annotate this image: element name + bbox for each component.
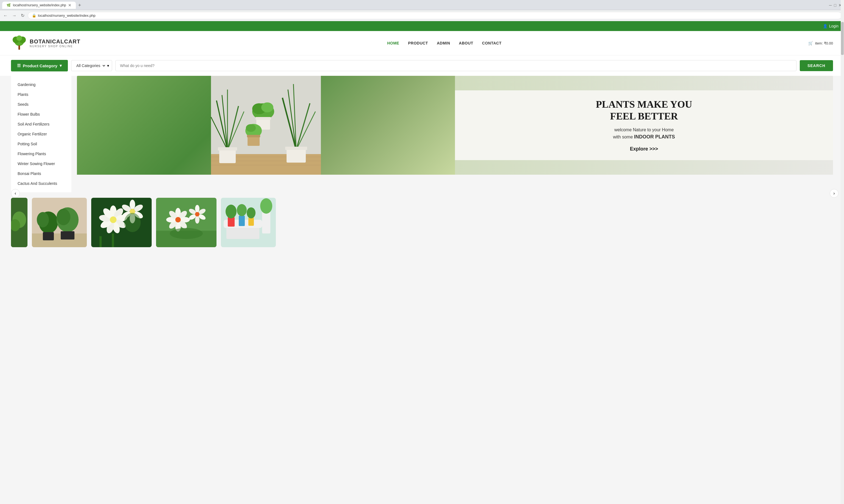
website-content: 👤 Login BOTANICALCART NURSERY SHOP ONLIN… bbox=[0, 21, 844, 253]
svg-rect-41 bbox=[43, 232, 54, 240]
svg-point-83 bbox=[195, 212, 199, 216]
hero-text-area: PLANTS MAKE YOU FEEL BETTER welcome Natu… bbox=[455, 90, 833, 160]
sidebar-item-winter-sowing[interactable]: Winter Sowing Flower bbox=[11, 159, 71, 169]
sidebar-item-potting-soil[interactable]: Potting Soil bbox=[11, 139, 71, 149]
svg-rect-17 bbox=[218, 147, 237, 150]
forward-button[interactable]: → bbox=[11, 12, 18, 19]
nav-contact[interactable]: CONTACT bbox=[482, 41, 502, 45]
carousel-prev-button[interactable]: ‹ bbox=[11, 189, 20, 198]
product-card-1[interactable] bbox=[32, 198, 87, 247]
maximize-icon[interactable]: □ bbox=[834, 3, 836, 7]
category-select-wrap[interactable]: All Categories Gardening Plants Seeds ▾ bbox=[71, 60, 112, 71]
hero-section: PLANTS MAKE YOU FEEL BETTER welcome Natu… bbox=[77, 76, 833, 192]
minimize-icon[interactable]: ─ bbox=[829, 3, 832, 7]
nav-home[interactable]: HOME bbox=[387, 41, 399, 45]
lock-icon: 🔒 bbox=[32, 14, 36, 18]
svg-rect-38 bbox=[32, 233, 87, 247]
new-tab-button[interactable]: + bbox=[76, 2, 83, 8]
svg-rect-88 bbox=[228, 217, 235, 227]
category-select[interactable]: All Categories Gardening Plants Seeds bbox=[74, 60, 106, 71]
svg-rect-44 bbox=[61, 231, 74, 239]
nav-admin[interactable]: ADMIN bbox=[437, 41, 450, 45]
products-section: ‹ bbox=[0, 192, 844, 253]
svg-rect-16 bbox=[219, 149, 236, 163]
svg-rect-64 bbox=[112, 233, 114, 247]
svg-rect-94 bbox=[262, 212, 270, 233]
search-section: ☰ Product Category ▾ All Categories Gard… bbox=[0, 55, 844, 76]
main-nav: HOME PRODUCT ADMIN ABOUT CONTACT bbox=[387, 41, 501, 45]
sidebar-item-soil-fertilizers[interactable]: Soil And Fertilizers bbox=[11, 119, 71, 129]
cart-area[interactable]: 🛒 item: ₹0.00 bbox=[808, 41, 833, 45]
svg-point-55 bbox=[110, 216, 116, 223]
login-label[interactable]: Login bbox=[829, 24, 839, 28]
svg-point-20 bbox=[261, 103, 273, 112]
svg-point-3 bbox=[17, 35, 22, 41]
nav-product[interactable]: PRODUCT bbox=[408, 41, 428, 45]
logo-text: BOTANICALCART NURSERY SHOP ONLINE bbox=[30, 38, 80, 48]
back-button[interactable]: ← bbox=[2, 12, 9, 19]
sidebar-item-flowering-plants[interactable]: Flowering Plants bbox=[11, 149, 71, 159]
browser-tab[interactable]: 🌿 localhost/nursery_website/index.php ✕ bbox=[2, 2, 76, 9]
product-card-partial[interactable] bbox=[11, 198, 28, 247]
nav-about[interactable]: ABOUT bbox=[459, 41, 473, 45]
svg-rect-90 bbox=[239, 216, 245, 226]
search-button[interactable]: SEARCH bbox=[800, 60, 833, 71]
url-input[interactable] bbox=[38, 14, 838, 18]
svg-rect-63 bbox=[100, 236, 102, 247]
svg-rect-29 bbox=[285, 147, 307, 150]
header: BOTANICALCART NURSERY SHOP ONLINE HOME P… bbox=[0, 31, 844, 55]
svg-point-31 bbox=[246, 124, 256, 132]
sidebar: Gardening Plants Seeds Flower Bulbs Soil… bbox=[11, 76, 71, 192]
top-bar: 👤 Login bbox=[0, 21, 844, 31]
svg-point-93 bbox=[247, 208, 255, 218]
sidebar-item-flower-bulbs[interactable]: Flower Bulbs bbox=[11, 109, 71, 119]
scrollbar-thumb[interactable] bbox=[841, 22, 844, 55]
main-content: Gardening Plants Seeds Flower Bulbs Soil… bbox=[0, 76, 844, 192]
product-card-2[interactable] bbox=[91, 198, 152, 247]
chevron-down-icon: ▾ bbox=[60, 63, 62, 68]
product-category-label: Product Category bbox=[23, 64, 57, 68]
logo-area: BOTANICALCART NURSERY SHOP ONLINE bbox=[11, 35, 80, 51]
search-label: SEARCH bbox=[807, 64, 825, 68]
sidebar-item-organic-fertilizer[interactable]: Organic Fertilizer bbox=[11, 129, 71, 139]
login-link[interactable]: 👤 Login bbox=[823, 24, 839, 28]
svg-point-65 bbox=[124, 213, 141, 232]
svg-point-77 bbox=[195, 205, 199, 213]
sidebar-item-seeds[interactable]: Seeds bbox=[11, 100, 71, 109]
hero-subtitle: welcome Nature to your Home with some IN… bbox=[463, 127, 825, 141]
cart-total: item: ₹0.00 bbox=[815, 41, 833, 45]
sidebar-item-gardening[interactable]: Gardening bbox=[11, 80, 71, 90]
svg-point-56 bbox=[130, 200, 135, 210]
svg-point-40 bbox=[37, 212, 49, 228]
svg-point-84 bbox=[170, 228, 203, 239]
cart-icon[interactable]: 🛒 bbox=[808, 41, 813, 45]
reload-button[interactable]: ↻ bbox=[20, 12, 25, 19]
product-card-4[interactable] bbox=[221, 198, 276, 247]
products-row bbox=[0, 192, 844, 253]
hero-title: PLANTS MAKE YOU FEEL BETTER bbox=[463, 98, 825, 122]
product-card-3[interactable] bbox=[156, 198, 216, 247]
carousel-next-button[interactable]: › bbox=[830, 189, 839, 198]
svg-point-95 bbox=[260, 198, 272, 214]
tab-title: localhost/nursery_website/index.php bbox=[13, 3, 66, 7]
logo-sub: NURSERY SHOP ONLINE bbox=[30, 45, 80, 48]
sidebar-item-cactus[interactable]: Cactus And Succulents bbox=[11, 179, 71, 188]
logo-icon bbox=[11, 35, 28, 51]
sidebar-item-plants[interactable]: Plants bbox=[11, 90, 71, 100]
svg-point-76 bbox=[175, 217, 181, 222]
svg-point-80 bbox=[195, 216, 199, 223]
address-bar[interactable]: 🔒 bbox=[28, 12, 842, 19]
hero-explore-link[interactable]: Explore >>> bbox=[463, 146, 825, 152]
hero-plant-image bbox=[77, 76, 455, 175]
svg-point-91 bbox=[237, 204, 247, 216]
product-category-button[interactable]: ☰ Product Category ▾ bbox=[11, 60, 68, 71]
search-input[interactable] bbox=[115, 60, 796, 71]
hero-plants-svg bbox=[77, 76, 455, 175]
sidebar-item-bonsai[interactable]: Bonsai Plants bbox=[11, 169, 71, 179]
svg-rect-32 bbox=[248, 136, 259, 146]
scrollbar[interactable] bbox=[841, 0, 844, 253]
logo-name: BOTANICALCART bbox=[30, 38, 80, 45]
svg-rect-33 bbox=[247, 135, 260, 137]
svg-rect-28 bbox=[287, 149, 306, 163]
tab-close-button[interactable]: ✕ bbox=[68, 3, 71, 7]
